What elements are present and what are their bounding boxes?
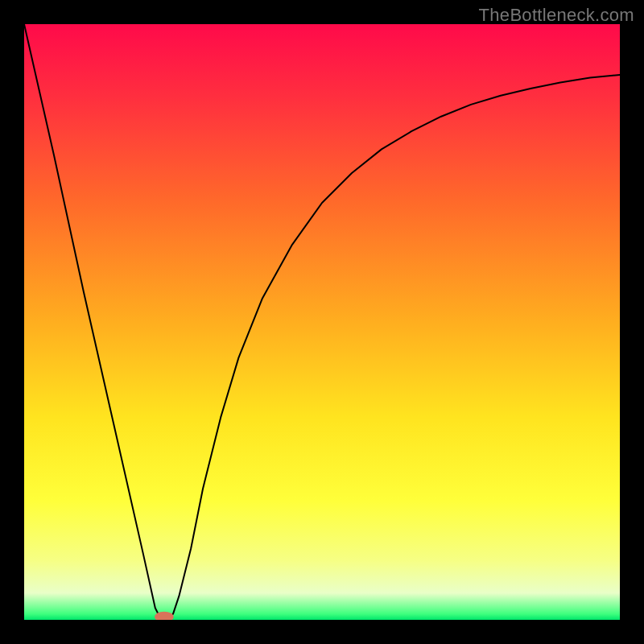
chart-frame bbox=[24, 24, 620, 620]
bottleneck-chart bbox=[24, 24, 620, 620]
watermark-text: TheBottleneck.com bbox=[479, 5, 634, 26]
chart-background bbox=[24, 24, 620, 620]
